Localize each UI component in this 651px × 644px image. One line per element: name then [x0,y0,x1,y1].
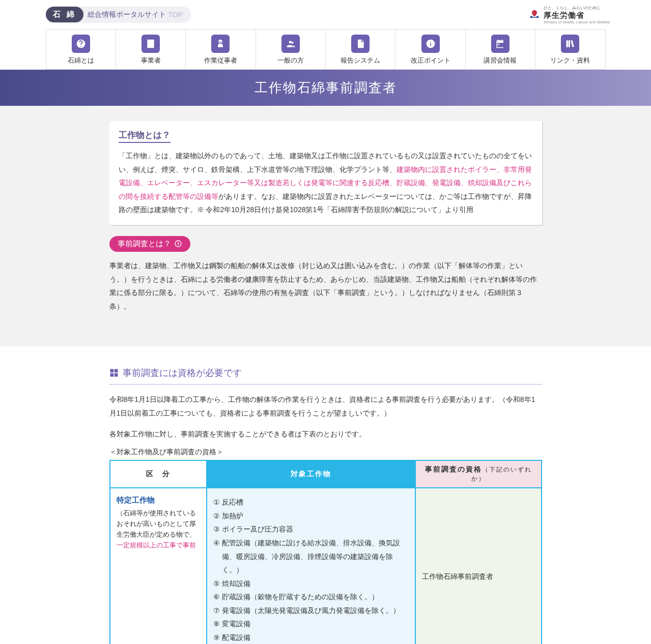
intro-section: 工作物とは？ 「工作物」とは、建築物以外のものであって、土地、建築物又は工作物に… [0,106,651,346]
list-item: ⑤焼却設備 [213,577,409,591]
list-item: ⑧変電設備 [213,617,409,631]
svg-rect-4 [114,373,118,377]
nav-item-about[interactable]: 石綿とは [46,30,116,69]
svg-rect-3 [110,373,114,377]
section-heading: 事前調査には資格が必要です [109,367,542,385]
list-text: ボイラー及び圧力容器 [222,522,293,536]
nav-item-links[interactable]: リンク・資料 [535,30,605,69]
grid-squares-icon [109,368,119,377]
calendar-icon [491,35,510,53]
document-icon [351,35,370,53]
chevron-right-circle-icon [174,240,182,248]
nav-label: 一般の方 [277,56,304,65]
site-label: 総合情報ポータルサイト [88,10,166,19]
svg-rect-2 [114,369,118,373]
list-number: ① [213,495,220,509]
section-heading-text: 事前調査には資格が必要です [123,367,242,379]
list-item: ⑥貯蔵設備（穀物を貯蔵するための設備を除く。） [213,590,409,604]
page-title: 工作物石綿事前調査者 [254,80,397,95]
mhlw-tagline: ひと、くらし、みらいのために [544,5,610,11]
table-row: 特定工作物 （石綿等が使用されているおそれが高いものとして厚生労働大臣が定める物… [110,488,541,644]
list-number: ⑥ [213,590,220,604]
nav-label: 事業者 [141,56,161,65]
nav-item-employer[interactable]: 事業者 [116,30,185,69]
mhlw-mark-icon [528,9,541,21]
list-item: ②加熱炉 [213,509,409,523]
category-title: 特定工作物 [117,495,200,505]
th-qualification: 事前調査の資格（下記のいずれか） [416,461,541,488]
definition-text: 「工作物」とは、建築物以外のものであって、土地、建築物又は工作物に設置されている… [119,149,533,217]
list-text: 配管設備（建築物に設ける給水設備、排水設備、換気設備、暖房設備、冷房設備、排煙設… [222,536,409,577]
nav-label: 報告システム [341,56,380,65]
definition-box: 工作物とは？ 「工作物」とは、建築物以外のものであって、土地、建築物又は工作物に… [109,121,542,225]
table-header-row: 区 分 対象工作物 事前調査の資格（下記のいずれか） [110,461,541,488]
page-hero: 工作物石綿事前調査者 [0,70,651,106]
th-qual-text: 事前調査の資格 [425,465,482,473]
section-p1: 令和8年1月1日以降着工の工事から、工作物の解体等の作業を行うときは、資格者によ… [109,393,542,420]
cell-category: 特定工作物 （石綿等が使用されているおそれが高いものとして厚生労働大臣が定める物… [110,488,207,644]
mhlw-name: 厚生労働省 [544,11,610,20]
nav-item-worker[interactable]: 作業従事者 [185,30,255,69]
presurvey-heading[interactable]: 事前調査とは？ [109,236,190,252]
list-item: ①反応槽 [213,495,409,509]
svg-point-0 [175,241,181,247]
presurvey-heading-label: 事前調査とは？ [118,239,171,249]
list-item: ③ボイラー及び圧力容器 [213,522,409,536]
nav-label: 石綿とは [68,56,94,65]
th-target: 対象工作物 [207,461,416,488]
category-note: （石綿等が使用されているおそれが高いものとして厚生労働大臣が定める物で、一定規模… [117,508,200,550]
site-tag: 石 綿 [46,7,83,22]
mhlw-logo: ひと、くらし、みらいのために 厚生労働省 Ministry of Health,… [528,5,610,24]
nav-label: 改正ポイント [411,56,450,65]
building-icon [141,35,160,53]
nav-item-public[interactable]: 一般の方 [256,30,325,69]
list-text: 変電設備 [222,617,250,631]
nav-item-report[interactable]: 報告システム [325,30,395,69]
list-item: ④配管設備（建築物に設ける給水設備、排水設備、換気設備、暖房設備、冷房設備、排煙… [213,536,409,577]
list-number: ② [213,509,220,523]
qualification-section: 事前調査には資格が必要です 令和8年1月1日以降着工の工事から、工作物の解体等の… [0,346,651,644]
qualification-table: 区 分 対象工作物 事前調査の資格（下記のいずれか） 特定工作物 （石綿等が使用… [109,460,542,644]
table-caption: ＜対象工作物及び事前調査の資格＞ [109,448,542,457]
nav-label: リンク・資料 [550,56,590,65]
list-text: 焼却設備 [222,577,250,591]
list-number: ⑤ [213,577,220,591]
list-text: 発電設備（太陽光発電設備及び風力発電設備を除く。） [222,604,400,618]
svg-rect-1 [110,369,114,373]
site-top: TOP [168,11,183,19]
target-list: ①反応槽②加熱炉③ボイラー及び圧力容器④配管設備（建築物に設ける給水設備、排水設… [213,495,409,644]
presurvey-text: 事業者は、建築物、工作物又は鋼製の船舶の解体又は改修（封じ込め又は囲い込みを含む… [109,259,542,313]
nav-item-revision[interactable]: 改正ポイント [395,30,465,69]
question-icon [72,35,90,53]
cat-note-highlight: 一定規模以上の工事で事前 [117,541,196,549]
list-number: ⑨ [213,631,220,644]
list-item: ⑨配電設備 [213,631,409,644]
list-text: 加熱炉 [222,509,243,523]
list-number: ④ [213,536,220,577]
cat-note-a: （石綿等が使用されているおそれが高いものとして厚生労働大臣が定める物で、 [117,509,196,538]
definition-title: 工作物とは？ [119,129,171,143]
nav-item-seminar[interactable]: 講習会情報 [465,30,535,69]
list-text: 配電設備 [222,631,250,644]
nav-label: 作業従事者 [204,56,237,65]
mhlw-sub: Ministry of Health, Labour and Welfare [544,20,610,24]
list-number: ⑦ [213,604,220,618]
list-item: ⑦発電設備（太陽光発電設備及び風力発電設備を除く。） [213,604,409,618]
cell-qualification: 工作物石綿事前調査者 [416,488,541,644]
site-home-link[interactable]: 石 綿 総合情報ポータルサイト TOP [46,7,191,23]
list-number: ⑧ [213,617,220,631]
main-nav: 石綿とは 事業者 作業従事者 一般の方 報告システム 改正ポイント 講習会情報 … [46,29,606,70]
topbar: 石 綿 総合情報ポータルサイト TOP ひと、くらし、みらいのために 厚生労働省… [0,0,651,29]
books-icon [561,35,579,53]
cell-target: ①反応槽②加熱炉③ボイラー及び圧力容器④配管設備（建築物に設ける給水設備、排水設… [207,488,416,644]
nav-label: 講習会情報 [484,56,517,65]
people-icon [281,35,300,53]
section-p2: 各対象工作物に対し、事前調査を実施することができる者は下表のとおりです。 [109,427,542,441]
list-number: ③ [213,522,220,536]
list-text: 貯蔵設備（穀物を貯蔵するための設備を除く。） [222,590,379,604]
worker-icon [211,35,230,53]
info-icon [421,35,440,53]
list-text: 反応槽 [222,495,243,509]
th-category: 区 分 [110,461,207,488]
